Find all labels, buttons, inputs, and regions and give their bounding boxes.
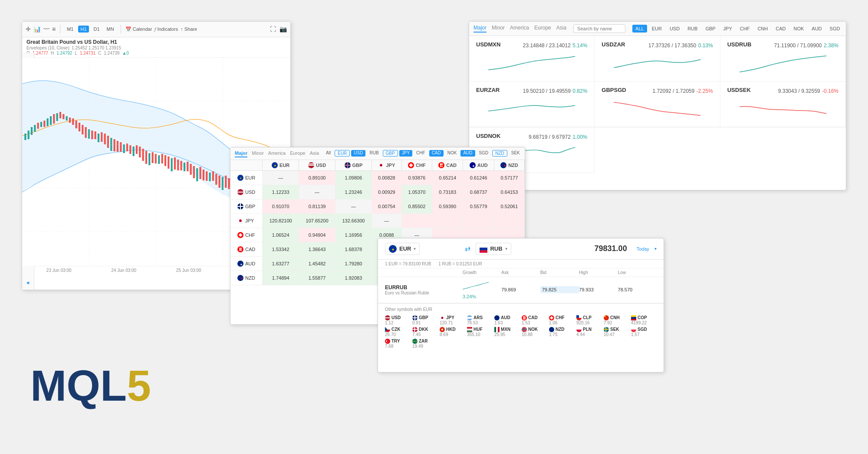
matrix-tab-europe[interactable]: Europe [290, 150, 305, 157]
bar-icon[interactable]: ≡ [52, 26, 56, 33]
cell-usd-aud[interactable]: 0.68737 [463, 185, 494, 199]
cell-chf-eur[interactable]: 1.06524 [263, 228, 299, 242]
sym-czk[interactable]: CZK 26.70 [385, 327, 411, 337]
sym-hkd[interactable]: HKD 8.69 [440, 327, 465, 337]
cell-usd-chf[interactable]: 1.05370 [401, 185, 432, 199]
mf-gbp[interactable]: GBP [383, 150, 398, 157]
sym-aud[interactable]: AUD 1.63 [494, 315, 520, 325]
mf-sek[interactable]: SEK [509, 150, 523, 157]
sym-jpy[interactable]: JPY 120.71 [440, 315, 465, 325]
cell-eur-nzd[interactable]: 0.57177 [494, 170, 524, 185]
cell-gbp-eur[interactable]: 0.91070 [263, 199, 299, 213]
cell-chf-gbp[interactable]: 1.16956 [335, 228, 372, 242]
cell-jpy-aud[interactable] [463, 213, 494, 228]
line-icon[interactable]: 〰 [43, 26, 49, 33]
cell-aud-usd[interactable]: 1.45482 [299, 256, 335, 271]
sym-pln[interactable]: PLN 4.44 [576, 327, 602, 337]
search-input[interactable] [573, 24, 625, 33]
cell-gbp-nzd[interactable]: 0.52061 [494, 199, 524, 213]
sym-huf[interactable]: HUF 355.10 [467, 327, 493, 337]
cell-jpy-cad[interactable] [432, 213, 463, 228]
camera-icon[interactable]: 📷 [279, 26, 287, 33]
tf-h1[interactable]: H1 [78, 26, 89, 33]
sym-mxn[interactable]: MXN 25.95 [494, 327, 520, 337]
matrix-tab-asia[interactable]: Asia [310, 150, 319, 157]
cell-usd-eur[interactable]: 1.12233 [263, 185, 299, 199]
cell-jpy-gbp[interactable]: 132.66300 [335, 213, 372, 228]
mf-all[interactable]: All [323, 150, 333, 157]
matrix-tab-america[interactable]: America [268, 150, 286, 157]
date-selector[interactable]: Today [637, 246, 649, 251]
cell-jpy-eur[interactable]: 120.82100 [263, 213, 299, 228]
card-usdrub[interactable]: USDRUB 71.11900 / 71.09900 2.38% [720, 36, 846, 82]
tab-asia[interactable]: Asia [556, 25, 566, 33]
star-tool[interactable]: ★ [23, 278, 33, 288]
amount-input[interactable]: 1000 [425, 244, 460, 253]
mf-eur[interactable]: EUR [335, 150, 350, 157]
cell-eur-aud[interactable]: 0.61246 [463, 170, 494, 185]
tf-d1[interactable]: D1 [92, 26, 102, 33]
matrix-tab-minor[interactable]: Minor [252, 150, 264, 157]
filter-sgd[interactable]: SGD [827, 25, 843, 33]
cell-jpy-usd[interactable]: 107.65200 [299, 213, 335, 228]
indicators-btn[interactable]: 𝑓 Indicators [155, 26, 178, 32]
mf-chf[interactable]: CHF [414, 150, 428, 157]
cell-eur-gbp[interactable]: 1.09806 [335, 170, 372, 185]
share-btn[interactable]: ↑ Share [181, 26, 197, 32]
filter-aud[interactable]: AUD [809, 25, 825, 33]
cell-eur-chf[interactable]: 0.93876 [401, 170, 432, 185]
filter-nzd[interactable]: NZD [845, 25, 846, 33]
sym-ars[interactable]: ARS 78.53 [467, 315, 493, 325]
filter-usd[interactable]: USD [667, 25, 683, 33]
matrix-tab-major[interactable]: Major [235, 150, 247, 157]
filter-cad[interactable]: CAD [773, 25, 789, 33]
cell-gbp-chf[interactable]: 0.85502 [401, 199, 432, 213]
card-usdzar[interactable]: USDZAR 17.37326 / 17.36350 0.13% [595, 36, 720, 82]
cell-cad-eur[interactable]: 1.53342 [263, 242, 299, 256]
sym-sek[interactable]: SEK 10.47 [604, 327, 629, 337]
cell-aud-eur[interactable]: 1.63277 [263, 256, 299, 271]
cell-eur-cad[interactable]: 0.65214 [432, 170, 463, 185]
sym-try[interactable]: TRY 7.68 [385, 339, 411, 349]
cell-eur-usd[interactable]: 0.89100 [299, 170, 335, 185]
sym-gbp[interactable]: GBP 0.91 [412, 315, 438, 325]
card-usdmxn[interactable]: USDMXN 23.14848 / 23.14012 5.14% [469, 36, 595, 82]
sym-nzd2[interactable]: NZD 1.75 [549, 327, 575, 337]
mf-rub[interactable]: RUB [367, 150, 381, 157]
cell-jpy-chf[interactable] [401, 213, 432, 228]
cell-cad-usd[interactable]: 1.36643 [299, 242, 335, 256]
mf-jpy[interactable]: JPY [399, 150, 412, 157]
card-eurzar[interactable]: EURZAR 19.50210 / 19.49559 0.82% [469, 82, 595, 127]
sym-usd[interactable]: USD 1.12 [385, 315, 411, 325]
cell-gbp-cad[interactable]: 0.59390 [432, 199, 463, 213]
cell-cad-gbp[interactable]: 1.68378 [335, 242, 372, 256]
cell-nzd-usd[interactable]: 1.55877 [299, 271, 335, 285]
cell-gbp-usd[interactable]: 0.81139 [299, 199, 335, 213]
sym-cnh[interactable]: CNH 7.92 [604, 315, 629, 325]
filter-all[interactable]: ALL [632, 25, 647, 33]
main-converter-row[interactable]: EURRUB Euro vs Russian Ruble 3.24% 79.86… [378, 277, 664, 303]
card-usdsek[interactable]: USDSEK 9.33043 / 9.32559 -0.16% [720, 82, 846, 127]
filter-cnh[interactable]: CNH [754, 25, 771, 33]
fullscreen-icon[interactable]: ⛶ [270, 26, 276, 33]
mf-nzd[interactable]: NZD [492, 150, 507, 157]
tab-america[interactable]: America [510, 25, 529, 33]
filter-nok[interactable]: NOK [790, 25, 807, 33]
card-gbpsgd[interactable]: GBPSGD 1.72092 / 1.72059 -2.25% [595, 82, 720, 127]
mf-cad[interactable]: CAD [429, 150, 444, 157]
tab-major[interactable]: Major [473, 25, 487, 33]
cell-nzd-gbp[interactable]: 1.92083 [335, 271, 372, 285]
mf-usd[interactable]: USD [351, 150, 365, 157]
mf-zar[interactable]: ZAR [524, 150, 525, 157]
cell-usd-cad[interactable]: 0.73183 [432, 185, 463, 199]
swap-icon[interactable]: ⇄ [465, 245, 470, 253]
filter-eur[interactable]: EUR [649, 25, 665, 33]
to-currency-selector[interactable]: RUB ▾ [476, 243, 511, 255]
tab-minor[interactable]: Minor [492, 25, 505, 33]
filter-gbp[interactable]: GBP [702, 25, 718, 33]
mf-aud[interactable]: AUD [460, 150, 475, 157]
tf-m1[interactable]: M1 [65, 26, 76, 33]
cell-nzd-eur[interactable]: 1.74894 [263, 271, 299, 285]
cell-gbp-jpy[interactable]: 0.00754 [372, 199, 401, 213]
sym-cop[interactable]: COP 4199.22 [631, 315, 657, 325]
